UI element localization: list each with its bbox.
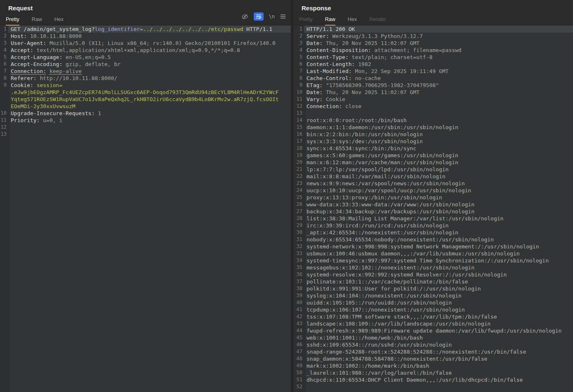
line-number: 43 [293,320,304,327]
code-segment: http://10.10.11.88:8000/ [37,75,118,81]
code-segment: 10.10.11.88:8000 [27,33,82,39]
line-content: sync:x:4:65534:sync:/bin:/bin/sync [304,145,573,152]
code-segment: Last-Modified: [307,68,352,74]
request-tab-hex[interactable]: Hex [54,17,64,26]
line-number: 3 [293,40,304,47]
editor-line: 28list:x:38:38:Mailing List Manager:/var… [293,215,573,222]
code-segment: Connection: [11,68,46,74]
editor-menu-icon[interactable] [280,14,286,19]
line-number: 8 [293,75,304,82]
code-segment: lp:x:7:7:lp:/var/spool/lpd:/usr/sbin/nol… [307,166,448,172]
hide-matches-icon[interactable] [241,13,248,20]
editor-line: 14root:x:0:0:root:/root:/bin/bash [293,117,573,124]
code-segment: Priority: [11,117,40,123]
editor-line: .eJw9jbEOgzAMRP_Fc4UEZcpER74iMolLLSUGxc6… [0,89,291,96]
code-segment: User-Agent: [11,40,46,46]
editor-line: 4Accept: text/html,application/xhtml+xml… [0,47,291,54]
response-panel: Response Pretty Raw Hex Render 1HTTP/1.1… [293,0,573,392]
editor-line: 17sys:x:3:3:sys:/dev:/usr/sbin/nologin [293,138,573,145]
line-content: games:x:5:60:games:/usr/games:/usr/sbin/… [304,152,573,159]
editor-line: 18sync:x:4:65534:sync:/bin:/bin/sync [293,145,573,152]
editor-line: 38polkitd:x:991:991:User for polkitd:/:/… [293,285,573,292]
response-tab-raw[interactable]: Raw [325,17,335,26]
editor-line: 37pollinate:x:103:1::/var/cache/pollinat… [293,278,573,285]
editor-line: 33usbmux:x:100:46:usbmux daemon,,,:/var/… [293,250,573,257]
editor-line: 6Content-Length: 1982 [293,61,573,68]
code-segment: mark:x:1002:1002::/home/mark:/bin/bash [307,363,429,369]
editor-line: 36systemd-resolve:x:992:992:systemd Reso… [293,271,573,278]
response-tab-hex[interactable]: Hex [348,17,357,26]
line-content: systemd-network:x:998:998:systemd Networ… [304,243,573,250]
editor-line: 3User-Agent: Mozilla/5.0 (X11; Linux x86… [0,40,291,47]
line-content: landscape:x:108:109::/var/lib/landscape:… [304,320,573,327]
code-segment: keep-alive [50,68,82,74]
editor-line: 10Upgrade-Insecure-Requests: 1 [0,110,291,117]
line-content: root:x:0:0:root:/root:/bin/bash [304,117,573,124]
code-segment: Cache-Control: [307,75,352,81]
line-number: 4 [293,47,304,54]
editor-line: 45web:x:1001:1001::/home/web:/bin/bash [293,334,573,341]
response-panel-title: Response [293,0,573,15]
line-number: 5 [293,54,304,61]
newline-toggle-icon[interactable]: \n [269,14,275,19]
line-number: 35 [293,264,304,271]
line-number: 7 [0,68,8,75]
line-content: syslog:x:104:104::/nonexistent:/usr/sbin… [304,292,573,299]
line-content: Accept: text/html,application/xhtml+xml,… [8,47,291,54]
editor-line: 39syslog:x:104:104::/nonexistent:/usr/sb… [293,292,573,299]
line-content: Date: Thu, 20 Nov 2025 11:02:07 GMT [304,40,573,47]
editor-line: 42tss:x:107:108:TPM software stack,,,:/v… [293,313,573,320]
editor-line: 30_apt:x:42:65534::/nonexistent:/usr/sbi… [293,229,573,236]
code-segment: dhcpcd:x:110:65534:DHCP Client Daemon,,,… [307,377,523,383]
soft-wrap-icon[interactable] [254,12,264,21]
code-segment: pollinate:x:103:1::/var/cache/pollinate:… [307,279,468,285]
line-content: daemon:x:1:1:daemon:/usr/sbin:/usr/sbin/… [304,124,573,131]
line-number: 4 [0,47,8,54]
line-number: 9 [0,82,8,89]
editor-line: 6Accept-Encoding: gzip, deflate, br [0,61,291,68]
code-segment: www-data:x:33:33:www-data:/var/www:/usr/… [307,201,474,208]
code-segment: nobody:x:65534:65534:nobody:/nonexistent… [307,236,494,243]
line-content: tcpdump:x:106:107::/nonexistent:/usr/sbi… [304,306,573,313]
code-segment: _apt:x:42:65534::/nonexistent:/usr/sbin/… [307,229,458,236]
code-segment: Accept: [11,47,33,53]
line-content: uucp:x:10:10:uucp:/var/spool/uucp:/usr/s… [304,187,573,194]
line-content: Connection: keep-alive [8,68,291,75]
line-content: fwupd-refresh:x:989:989:Firmware update … [304,327,573,334]
editor-line: 10Date: Thu, 20 Nov 2025 11:02:07 GMT [293,89,573,96]
line-number: 2 [293,33,304,40]
line-number: 13 [293,110,304,117]
line-content: web:x:1001:1001::/home/web:/bin/bash [304,334,573,341]
line-number: 47 [293,348,304,355]
code-segment: Mon, 22 Sep 2025 19:11:49 GMT [352,68,449,74]
line-number: 49 [293,362,304,369]
code-segment: syslog:x:104:104::/nonexistent:/usr/sbin… [307,293,462,299]
code-segment: attachment; filename=passwd [371,47,462,53]
editor-line: 7Connection: keep-alive [0,68,291,75]
code-segment: log_identifier= [95,26,143,32]
response-editor[interactable]: 1HTTP/1.1 200 OK2Server: Werkzeug/3.1.3 … [293,26,573,392]
line-content: ETag: "1758568309.7066295-1982-370479508… [304,82,573,89]
line-number: 27 [293,208,304,215]
editor-line: 19games:x:5:60:games:/usr/games:/usr/sbi… [293,152,573,159]
line-content: snapd-range-524288-root:x:524288:524288:… [304,348,573,355]
line-number: 39 [293,292,304,299]
line-number: 45 [293,334,304,341]
editor-line: 52 [293,383,573,390]
code-segment: systemd-resolve:x:992:992:systemd Resolv… [307,272,507,278]
line-number: 1 [293,26,304,33]
line-number: 10 [0,110,8,117]
line-number: 34 [293,257,304,264]
editor-line: 12Connection: close [293,103,573,110]
line-number: 41 [293,306,304,313]
editor-line: 35messagebus:x:102:102::/nonexistent:/us… [293,264,573,271]
request-editor[interactable]: 1GET /admin/get_system_log?log_identifie… [0,26,291,392]
line-number: 14 [293,117,304,124]
request-tab-raw[interactable]: Raw [32,17,42,26]
line-number: 42 [293,313,304,320]
editor-line: 25proxy:x:13:13:proxy:/bin:/usr/sbin/nol… [293,194,573,201]
editor-line: 1HTTP/1.1 200 OK [293,26,573,33]
request-tab-pretty[interactable]: Pretty [6,17,19,26]
code-segment: Cookie [323,96,345,102]
line-number: 11 [0,117,8,124]
